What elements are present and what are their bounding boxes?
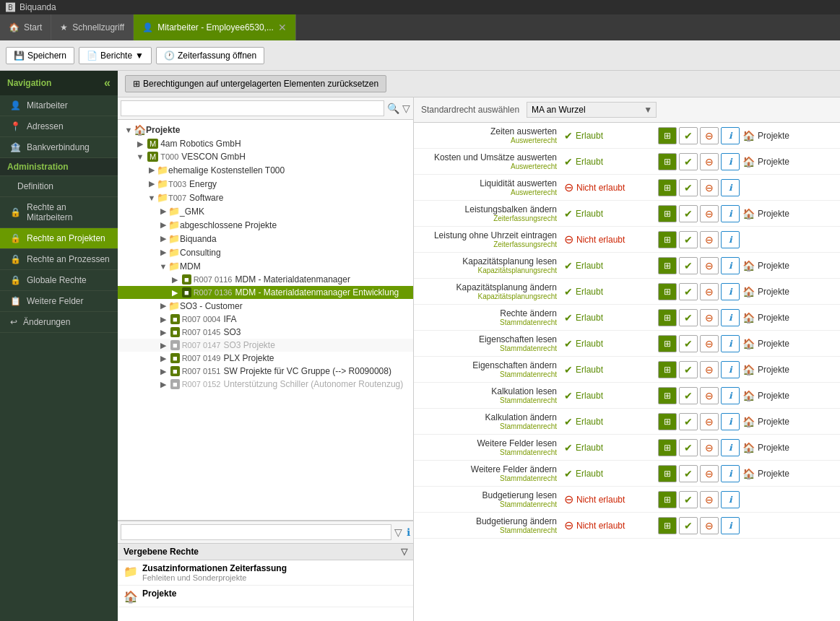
save-button[interactable]: 💾 Speichern — [6, 47, 74, 64]
filter-icon[interactable]: ▽ — [402, 103, 410, 114]
leistung-info-btn[interactable]: ℹ — [721, 231, 740, 248]
standard-recht-select[interactable]: MA an Wurzel Kein Recht Volles Recht — [527, 102, 657, 118]
zeiten-allow-btn[interactable]: ✔ — [679, 127, 698, 144]
kosten-info-btn[interactable]: ℹ — [721, 153, 740, 170]
bottom-item-zeiterfassung[interactable]: 📁 Zusatzinformationen Zeiterfassung Fehl… — [118, 560, 413, 586]
tree-node-mdm[interactable]: ▼ 📁 MDM — [118, 259, 413, 273]
eigenschaften-lesen-deny-btn[interactable]: ⊖ — [700, 335, 719, 352]
mdm-toggle[interactable]: ▼ — [158, 262, 168, 271]
tree-root[interactable]: ▼ 🏠 Projekte — [118, 123, 413, 137]
bottom-item-projekte[interactable]: 🏠 Projekte — [118, 586, 413, 607]
tree-node-mdm-r0116[interactable]: ▶ ■ R007 0116 MDM - Materialdatenmanager — [118, 273, 413, 286]
leistung-hierarchy-btn[interactable]: ⊞ — [658, 231, 677, 248]
budgetierung-lesen-info-btn[interactable]: ℹ — [721, 491, 740, 508]
eigenschaften-aendern-allow-btn[interactable]: ✔ — [679, 361, 698, 378]
liquiditaet-info-btn[interactable]: ℹ — [721, 179, 740, 196]
tree-node-so3-projekte[interactable]: ▶ ■ R007 0147 SO3 Projekte — [118, 339, 413, 352]
sidebar-item-globale-rechte[interactable]: 🔒 Globale Rechte — [0, 270, 118, 291]
eigenschaften-aendern-hierarchy-btn[interactable]: ⊞ — [658, 361, 677, 378]
rechte-aendern-deny-btn[interactable]: ⊖ — [700, 309, 719, 326]
kalkulation-lesen-info-btn[interactable]: ℹ — [721, 387, 740, 404]
leistungsbalken-hierarchy-btn[interactable]: ⊞ — [658, 205, 677, 222]
tree-node-vescon[interactable]: ▼ M T000 VESCON GmbH — [118, 150, 413, 163]
eigenschaften-lesen-allow-btn[interactable]: ✔ — [679, 335, 698, 352]
tree-container[interactable]: ▼ 🏠 Projekte ▶ M 4am Robotics GmbH ▼ M — [118, 120, 413, 520]
kalkulation-lesen-hierarchy-btn[interactable]: ⊞ — [658, 387, 677, 404]
weitere-felder-lesen-deny-btn[interactable]: ⊖ — [700, 439, 719, 456]
weitere-felder-aendern-hierarchy-btn[interactable]: ⊞ — [658, 465, 677, 482]
sidebar-item-adressen[interactable]: 📍 Adressen — [0, 116, 118, 137]
zeiten-deny-btn[interactable]: ⊖ — [700, 127, 719, 144]
kapazitaet-aendern-deny-btn[interactable]: ⊖ — [700, 283, 719, 300]
leistungsbalken-info-btn[interactable]: ℹ — [721, 205, 740, 222]
software-toggle[interactable]: ▼ — [147, 194, 157, 202]
bottom-search-input[interactable] — [121, 524, 391, 540]
eigenschaften-lesen-info-btn[interactable]: ℹ — [721, 335, 740, 352]
tree-node-abgeschlossene[interactable]: ▶ 📁 abgeschlossene Projekte — [118, 218, 413, 232]
tree-node-sw-vc[interactable]: ▶ ■ R007 0151 SW Projekte für VC Gruppe … — [118, 365, 413, 378]
budgetierung-aendern-allow-btn[interactable]: ✔ — [679, 517, 698, 534]
plx-toggle[interactable]: ▶ — [158, 354, 168, 363]
sidebar-item-rechte-prozessen[interactable]: 🔒 Rechte an Prozessen — [0, 249, 118, 270]
bottom-filter-header-icon[interactable]: ▽ — [401, 547, 407, 557]
tree-node-4am[interactable]: ▶ M 4am Robotics GmbH — [118, 137, 413, 150]
kalkulation-aendern-deny-btn[interactable]: ⊖ — [700, 413, 719, 430]
leistungsbalken-allow-btn[interactable]: ✔ — [679, 205, 698, 222]
r0136-toggle[interactable]: ▶ — [170, 288, 180, 298]
sidebar-item-bankverbindung[interactable]: 🏦 Bankverbindung — [0, 137, 118, 158]
zeiten-info-btn[interactable]: ℹ — [721, 127, 740, 144]
tab-close-icon[interactable]: ✕ — [278, 22, 287, 33]
kosten-hierarchy-btn[interactable]: ⊞ — [658, 153, 677, 170]
root-toggle[interactable]: ▼ — [124, 126, 134, 134]
kalkulation-aendern-info-btn[interactable]: ℹ — [721, 413, 740, 430]
sidebar-item-mitarbeiter[interactable]: 👤 Mitarbeiter — [0, 95, 118, 116]
sidebar-item-rechte-projekten[interactable]: 🔒 Rechte an Projekten — [0, 228, 118, 249]
eigenschaften-aendern-deny-btn[interactable]: ⊖ — [700, 361, 719, 378]
weitere-felder-lesen-allow-btn[interactable]: ✔ — [679, 439, 698, 456]
eigenschaften-aendern-info-btn[interactable]: ℹ — [721, 361, 740, 378]
liquiditaet-hierarchy-btn[interactable]: ⊞ — [658, 179, 677, 196]
eigenschaften-lesen-hierarchy-btn[interactable]: ⊞ — [658, 335, 677, 352]
kst-toggle[interactable]: ▶ — [147, 165, 157, 175]
permission-reset-button[interactable]: ⊞ Berechtigungen auf untergelagerten Ele… — [125, 75, 386, 92]
bottom-info-icon[interactable]: ℹ — [407, 526, 410, 538]
swvc-toggle[interactable]: ▶ — [158, 367, 168, 376]
consulting-toggle[interactable]: ▶ — [158, 248, 168, 257]
kapazitaet-aendern-hierarchy-btn[interactable]: ⊞ — [658, 283, 677, 300]
tree-node-gmk[interactable]: ▶ 📁 _GMK — [118, 204, 413, 218]
so3c-toggle[interactable]: ▶ — [158, 301, 168, 310]
kapazitaet-lesen-hierarchy-btn[interactable]: ⊞ — [658, 257, 677, 274]
leistung-deny-btn[interactable]: ⊖ — [700, 231, 719, 248]
weitere-felder-lesen-info-btn[interactable]: ℹ — [721, 439, 740, 456]
tree-node-so3-customer[interactable]: ▶ 📁 SO3 - Customer — [118, 299, 413, 313]
tree-node-mdm-r0136[interactable]: ▶ ■ R007 0136 MDM - Materialdatenmanager… — [118, 286, 413, 299]
time-button[interactable]: 🕐 Zeiterfassung öffnen — [156, 47, 264, 64]
vescon-toggle[interactable]: ▼ — [135, 152, 145, 161]
sidebar-item-weitere-felder[interactable]: 📋 Weitere Felder — [0, 291, 118, 312]
kosten-deny-btn[interactable]: ⊖ — [700, 153, 719, 170]
rechte-aendern-allow-btn[interactable]: ✔ — [679, 309, 698, 326]
sidebar-item-definition[interactable]: Definition — [0, 176, 118, 197]
kalkulation-lesen-allow-btn[interactable]: ✔ — [679, 387, 698, 404]
kapazitaet-lesen-info-btn[interactable]: ℹ — [721, 257, 740, 274]
kapazitaet-aendern-info-btn[interactable]: ℹ — [721, 283, 740, 300]
kalkulation-aendern-hierarchy-btn[interactable]: ⊞ — [658, 413, 677, 430]
kapazitaet-aendern-allow-btn[interactable]: ✔ — [679, 283, 698, 300]
4am-toggle[interactable]: ▶ — [135, 139, 145, 149]
ifa-toggle[interactable]: ▶ — [158, 315, 168, 324]
r0116-toggle[interactable]: ▶ — [170, 275, 180, 285]
weitere-felder-aendern-deny-btn[interactable]: ⊖ — [700, 465, 719, 482]
kapazitaet-lesen-deny-btn[interactable]: ⊖ — [700, 257, 719, 274]
weitere-felder-lesen-hierarchy-btn[interactable]: ⊞ — [658, 439, 677, 456]
tab-start[interactable]: 🏠 Start — [0, 14, 51, 40]
gmk-toggle[interactable]: ▶ — [158, 207, 168, 216]
tree-node-software[interactable]: ▼ 📁 T007 Software — [118, 191, 413, 204]
liquiditaet-deny-btn[interactable]: ⊖ — [700, 179, 719, 196]
kapazitaet-lesen-allow-btn[interactable]: ✔ — [679, 257, 698, 274]
bottom-filter-icon[interactable]: ▽ — [394, 526, 402, 538]
so3p-toggle[interactable]: ▶ — [158, 341, 168, 350]
budgetierung-aendern-hierarchy-btn[interactable]: ⊞ — [658, 517, 677, 534]
rechte-aendern-hierarchy-btn[interactable]: ⊞ — [658, 309, 677, 326]
tab-mitarbeiter[interactable]: 👤 Mitarbeiter - Employee6530,... ✕ — [134, 14, 296, 40]
so3-toggle[interactable]: ▶ — [158, 328, 168, 337]
